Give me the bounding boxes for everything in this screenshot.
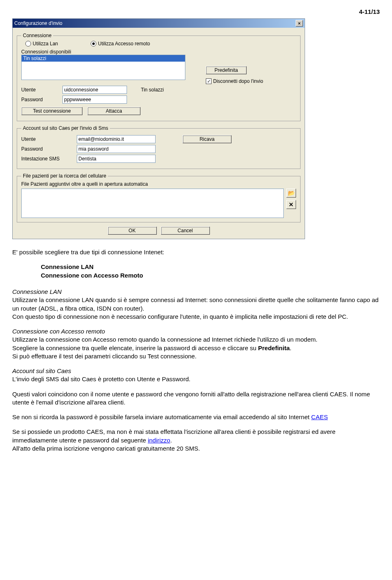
utente-label: Utente bbox=[21, 87, 60, 93]
paragraph: E' possibile scegliere tra due tipi di c… bbox=[12, 248, 380, 256]
connessioni-listbox[interactable]: Tin solazzi bbox=[21, 55, 185, 80]
radio-utilizza-lan[interactable]: Utilizza Lan bbox=[25, 41, 58, 47]
link-caes[interactable]: CAES bbox=[311, 413, 328, 420]
text: Se non si ricorda la password è possibil… bbox=[12, 413, 311, 420]
ricava-button[interactable]: Ricava bbox=[183, 135, 232, 143]
dialog-title: Configurazione d'invio bbox=[14, 20, 62, 26]
legend-file: File pazienti per la ricerca del cellula… bbox=[21, 173, 108, 179]
intestazione-label: Intestazione SMS bbox=[21, 156, 74, 162]
radio-remote-label: Utilizza Accesso remoto bbox=[98, 41, 150, 47]
checkbox-icon: ✓ bbox=[206, 78, 212, 84]
bullet-remote: Connessione con Accesso Remoto bbox=[41, 272, 143, 279]
bullet-lan: Connessione LAN bbox=[41, 263, 94, 270]
password-input[interactable] bbox=[62, 96, 127, 104]
radio-utilizza-remoto[interactable]: Utilizza Accesso remoto bbox=[91, 41, 150, 47]
legend-connessione: Connessione bbox=[21, 33, 53, 38]
acc-password-input[interactable] bbox=[77, 145, 156, 153]
paragraph: Se non si ricorda la password è possibil… bbox=[12, 413, 380, 421]
titlebar: Configurazione d'invio × bbox=[13, 19, 305, 28]
paragraph: All'atto della prima iscrizione vengono … bbox=[12, 444, 380, 453]
paragraph: L'invio degli SMS dal sito Caes è protet… bbox=[12, 375, 380, 383]
group-file-pazienti: File pazienti per la ricerca del cellula… bbox=[17, 173, 301, 222]
file-list-box[interactable] bbox=[21, 189, 284, 218]
acc-utente-label: Utente bbox=[21, 136, 74, 142]
text: Se si possiede un prodotto CAES, ma non … bbox=[12, 428, 336, 443]
acc-utente-input[interactable] bbox=[77, 135, 156, 143]
utente-input[interactable] bbox=[62, 86, 127, 94]
connessioni-label: Connessioni disponibili bbox=[21, 49, 296, 55]
group-account: Account sul sito Caes per l'invio di Sms… bbox=[17, 125, 301, 169]
config-dialog: Configurazione d'invio × Connessione Uti… bbox=[12, 18, 305, 239]
cancel-button[interactable]: Cancel bbox=[161, 227, 210, 235]
disconnetti-checkbox[interactable]: ✓ Disconnetti dopo l'invio bbox=[206, 78, 263, 84]
radio-icon bbox=[25, 41, 31, 47]
disconnetti-label: Disconnetti dopo l'invio bbox=[213, 78, 263, 84]
test-connessione-button[interactable]: Test connessione bbox=[21, 107, 82, 115]
heading-account: Account sul sito Caes bbox=[12, 367, 71, 374]
page-number: 4-11/13 bbox=[12, 8, 380, 15]
heading-lan: Connessione LAN bbox=[12, 288, 62, 295]
conn-name-static: Tin solazzi bbox=[141, 87, 164, 93]
attacca-button[interactable]: Attacca bbox=[87, 107, 140, 115]
list-item[interactable]: Tin solazzi bbox=[22, 55, 185, 62]
intestazione-input[interactable] bbox=[77, 155, 156, 163]
password-label: Password bbox=[21, 97, 60, 102]
paragraph: Si può effettuare il test dei parametri … bbox=[12, 352, 380, 360]
document-body: E' possibile scegliere tra due tipi di c… bbox=[12, 248, 380, 453]
ok-button[interactable]: OK bbox=[108, 227, 157, 235]
link-indirizzo[interactable]: indirizzo bbox=[148, 437, 170, 444]
radio-icon bbox=[91, 41, 96, 47]
text: . bbox=[290, 344, 292, 351]
open-folder-icon[interactable]: 📂 bbox=[286, 189, 296, 198]
close-icon[interactable]: × bbox=[296, 20, 303, 27]
paragraph: Scegliere la connessione tra quelle elen… bbox=[12, 344, 380, 352]
heading-remote: Connessione con Accesso remoto bbox=[12, 328, 105, 335]
paragraph: Utilizzare la connessione con Accesso re… bbox=[12, 336, 380, 344]
predefinita-button[interactable]: Predefinita bbox=[206, 66, 247, 74]
text: Scegliere la connessione tra quelle elen… bbox=[12, 344, 258, 351]
legend-account: Account sul sito Caes per l'invio di Sms bbox=[21, 125, 110, 131]
paragraph: Se si possiede un prodotto CAES, ma non … bbox=[12, 428, 380, 444]
acc-password-label: Password bbox=[21, 146, 74, 152]
paragraph: Questi valori coincidono con il nome ute… bbox=[12, 390, 380, 407]
text-bold: Predefinita bbox=[258, 344, 290, 351]
text: . bbox=[170, 437, 172, 444]
paragraph: Utilizzare la connessione LAN quando si … bbox=[12, 296, 380, 321]
group-connessione: Connessione Utilizza Lan Utilizza Access… bbox=[17, 33, 301, 121]
file-sublabel: File Pazienti aggiuntivi oltre a quelli … bbox=[21, 181, 296, 187]
delete-icon[interactable]: ✕ bbox=[286, 200, 296, 209]
radio-lan-label: Utilizza Lan bbox=[33, 41, 58, 47]
